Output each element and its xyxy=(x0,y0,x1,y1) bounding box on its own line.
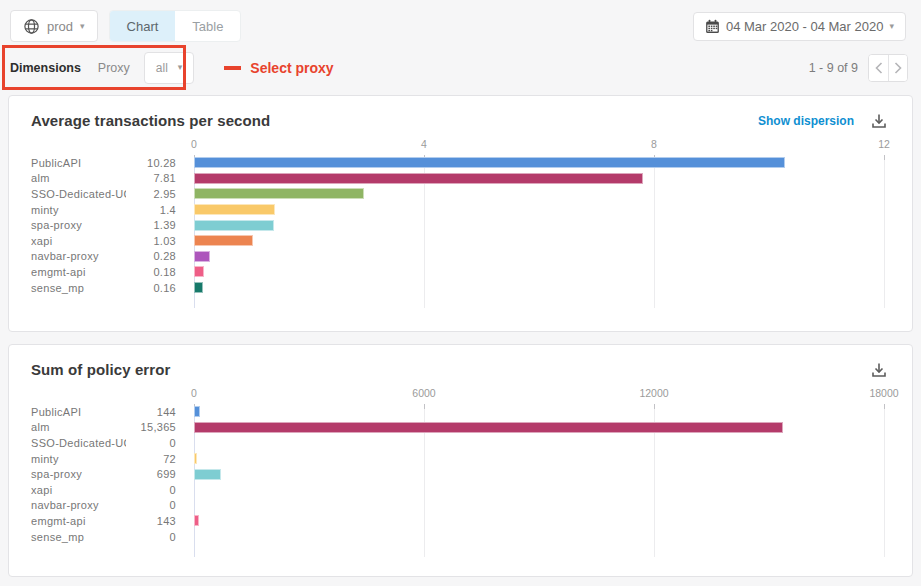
chevron-down-icon: ▾ xyxy=(889,22,894,31)
download-icon xyxy=(870,361,888,379)
category-label: emgmt-api xyxy=(31,266,126,278)
category-value: 0.28 xyxy=(126,250,176,262)
bar[interactable] xyxy=(194,282,203,293)
bar[interactable] xyxy=(194,251,210,262)
view-tabs: Chart Table xyxy=(109,10,242,42)
x-axis-tick-mark xyxy=(884,404,885,409)
environment-label: prod xyxy=(47,19,73,34)
category-label: PublicAPI xyxy=(31,157,126,169)
category-value: 10.28 xyxy=(126,157,176,169)
chart-row: minty72 xyxy=(31,451,884,467)
category-label: SSO-Dedicated-UG-Pr... xyxy=(31,188,126,200)
chart-row: spa-proxy699 xyxy=(31,466,884,482)
category-value: 144 xyxy=(126,406,176,418)
proxy-dropdown-value: all xyxy=(156,61,168,75)
chart-row: SSO-Dedicated-UG-Pr...0 xyxy=(31,435,884,451)
date-range-picker[interactable]: 04 Mar 2020 - 04 Mar 2020 ▾ xyxy=(693,12,906,41)
category-value: 0 xyxy=(126,499,176,511)
dimensions-bar: Dimensions Proxy all ▾ Select proxy 1 - … xyxy=(10,45,908,90)
category-label: navbar-proxy xyxy=(31,499,126,511)
show-dispersion-link[interactable]: Show dispersion xyxy=(758,114,854,128)
category-label: sense_mp xyxy=(31,531,126,543)
bar-track xyxy=(194,484,884,495)
category-label: spa-proxy xyxy=(31,219,126,231)
bar[interactable] xyxy=(194,406,200,417)
category-label: minty xyxy=(31,453,126,465)
bar-track xyxy=(194,500,884,511)
globe-icon xyxy=(23,18,40,35)
category-value: 699 xyxy=(126,468,176,480)
bar[interactable] xyxy=(194,235,253,246)
tab-chart[interactable]: Chart xyxy=(110,11,176,41)
card-header: Average transactions per second Show dis… xyxy=(9,96,912,130)
tab-table[interactable]: Table xyxy=(175,11,240,41)
bar[interactable] xyxy=(194,220,274,231)
pagination-label: 1 - 9 of 9 xyxy=(809,61,858,75)
dimensions-label: Dimensions xyxy=(10,61,81,75)
grid-line xyxy=(884,155,885,308)
chart-row: alm15,365 xyxy=(31,420,884,436)
chart-row: alm7.81 xyxy=(31,171,884,187)
chart-row: sense_mp0.16 xyxy=(31,280,884,296)
bar[interactable] xyxy=(194,266,204,277)
x-axis-tick-label: 12000 xyxy=(639,387,668,399)
chart-row: spa-proxy1.39 xyxy=(31,217,884,233)
bar[interactable] xyxy=(194,188,364,199)
category-label: navbar-proxy xyxy=(31,250,126,262)
chart-row: navbar-proxy0 xyxy=(31,498,884,514)
bar-chart-policy-error: 060001200018000 PublicAPI144alm15,365SSO… xyxy=(31,387,884,557)
x-axis-tick-label: 18000 xyxy=(869,387,898,399)
download-button[interactable] xyxy=(870,361,888,379)
previous-page-button[interactable] xyxy=(869,55,888,81)
chart-title: Sum of policy error xyxy=(31,361,170,378)
category-label: spa-proxy xyxy=(31,468,126,480)
select-proxy-annotation: Select proxy xyxy=(224,60,333,76)
category-label: xapi xyxy=(31,235,126,247)
pagination: 1 - 9 of 9 xyxy=(809,54,908,82)
card-header: Sum of policy error xyxy=(9,345,912,379)
category-label: PublicAPI xyxy=(31,406,126,418)
bar-track xyxy=(194,453,884,464)
chart-row: xapi0 xyxy=(31,482,884,498)
chart-title: Average transactions per second xyxy=(31,112,270,129)
bar-track xyxy=(194,266,884,277)
x-axis-tick-mark xyxy=(884,155,885,160)
bar-track xyxy=(194,204,884,215)
bar[interactable] xyxy=(194,204,275,215)
bar[interactable] xyxy=(194,515,199,526)
next-page-button[interactable] xyxy=(888,55,907,81)
bar[interactable] xyxy=(194,422,783,433)
x-axis: 04812 xyxy=(194,138,884,155)
category-value: 0 xyxy=(126,484,176,496)
category-label: alm xyxy=(31,172,126,184)
category-value: 7.81 xyxy=(126,172,176,184)
chevron-down-icon: ▾ xyxy=(178,63,183,72)
chart-row: PublicAPI144 xyxy=(31,404,884,420)
chart-row: emgmt-api0.18 xyxy=(31,264,884,280)
chart-row: minty1.4 xyxy=(31,202,884,218)
bar-track xyxy=(194,282,884,293)
grid-line xyxy=(884,404,885,557)
category-label: emgmt-api xyxy=(31,515,126,527)
bar[interactable] xyxy=(194,469,221,480)
chart-card-avg-tps: Average transactions per second Show dis… xyxy=(8,95,913,332)
download-button[interactable] xyxy=(870,112,888,130)
chart-row: PublicAPI10.28 xyxy=(31,155,884,171)
chevron-right-icon xyxy=(894,62,902,74)
bar[interactable] xyxy=(194,157,785,168)
chart-row: sense_mp0 xyxy=(31,529,884,545)
x-axis-tick-label: 12 xyxy=(878,138,890,150)
bar-track xyxy=(194,173,884,184)
bar-track xyxy=(194,531,884,542)
environment-selector[interactable]: prod ▾ xyxy=(10,10,98,42)
category-label: minty xyxy=(31,204,126,216)
proxy-dropdown[interactable]: all ▾ xyxy=(144,52,195,84)
category-value: 2.95 xyxy=(126,188,176,200)
pagination-buttons xyxy=(868,54,908,82)
bar[interactable] xyxy=(194,453,197,464)
category-value: 0 xyxy=(126,531,176,543)
bar[interactable] xyxy=(194,173,643,184)
chart-rows: PublicAPI10.28alm7.81SSO-Dedicated-UG-Pr… xyxy=(31,155,884,308)
category-value: 72 xyxy=(126,453,176,465)
annotation-dash xyxy=(224,66,241,70)
